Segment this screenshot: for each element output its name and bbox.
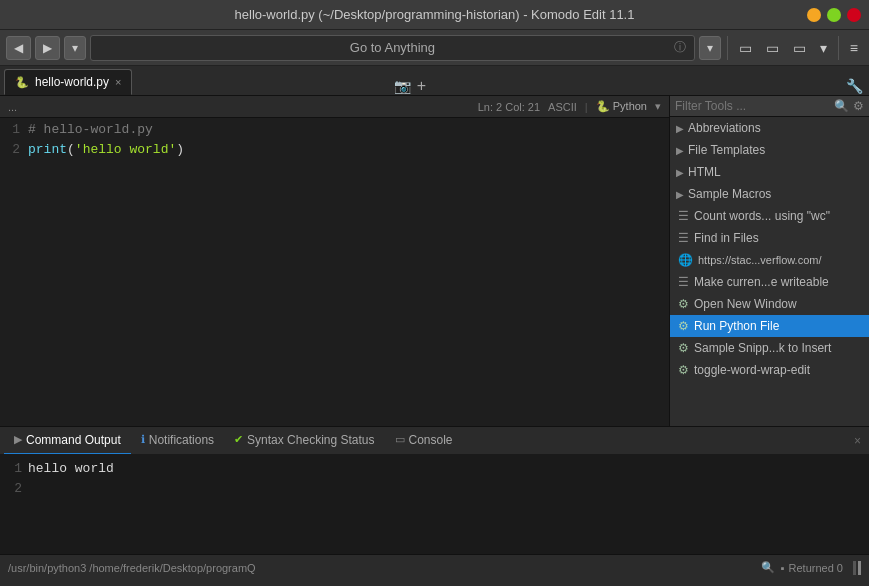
returned-label: Returned 0	[789, 562, 843, 574]
layout-btn-3[interactable]: ▭	[788, 36, 811, 60]
notifications-icon: ℹ	[141, 433, 145, 446]
forward-button[interactable]: ▶	[35, 36, 60, 60]
line-bar	[853, 561, 856, 575]
lang-dropdown-icon[interactable]: ▾	[655, 100, 661, 113]
language-label[interactable]: 🐍 Python	[596, 100, 647, 113]
tool-label: Count words... using "wc"	[694, 209, 830, 223]
tab-close-button[interactable]: ×	[115, 76, 121, 88]
nav-dropdown-button[interactable]: ▾	[64, 36, 86, 60]
camera-icon[interactable]: 📷	[394, 78, 411, 94]
menu-button[interactable]: ≡	[845, 36, 863, 60]
group-label: HTML	[688, 165, 721, 179]
code-line-1: 1 # hello-world.py	[0, 122, 669, 142]
add-tab-button[interactable]: +	[417, 77, 426, 95]
gear-icon: ⚙	[678, 319, 689, 333]
goto-anything-bar[interactable]: Go to Anything ⓘ	[90, 35, 695, 61]
content-area: ... Ln: 2 Col: 21 ASCII | 🐍 Python ▾ 1 #…	[0, 96, 869, 586]
titlebar: hello-world.py (~/Desktop/programming-hi…	[0, 0, 869, 30]
toolbar-separator	[727, 36, 728, 60]
tools-icon[interactable]: 🔧	[846, 78, 863, 94]
tool-item-open-new-window[interactable]: ⚙ Open New Window	[670, 293, 869, 315]
python-icon: 🐍	[15, 76, 29, 89]
tool-label: Find in Files	[694, 231, 759, 245]
maximize-button[interactable]	[827, 8, 841, 22]
returned-icon: ▪	[781, 562, 785, 574]
expand-icon: ▶	[676, 189, 684, 200]
tool-label: Open New Window	[694, 297, 797, 311]
globe-icon: 🌐	[678, 253, 693, 267]
gear-icon: ⚙	[678, 297, 689, 311]
group-label: Abbreviations	[688, 121, 761, 135]
editor-code[interactable]: 1 # hello-world.py 2 print('hello world'…	[0, 118, 669, 426]
console-icon: ▭	[395, 433, 405, 446]
bottom-tab-bar: ▶ Command Output ℹ Notifications ✔ Synta…	[0, 426, 869, 454]
btab-label: Notifications	[149, 433, 214, 447]
tab-label: hello-world.py	[35, 75, 109, 89]
tools-search-input[interactable]	[675, 99, 830, 113]
gear-icon[interactable]: ⚙	[853, 99, 864, 113]
tool-icon: ☰	[678, 231, 689, 245]
btab-command-output[interactable]: ▶ Command Output	[4, 427, 131, 455]
minimize-button[interactable]	[807, 8, 821, 22]
tool-group-sample-macros[interactable]: ▶ Sample Macros	[670, 183, 869, 205]
tool-item-stackoverflow[interactable]: 🌐 https://stac...verflow.com/	[670, 249, 869, 271]
btab-syntax-checking[interactable]: ✔ Syntax Checking Status	[224, 427, 384, 455]
back-button[interactable]: ◀	[6, 36, 31, 60]
tool-item-sample-snippet[interactable]: ⚙ Sample Snipp...k to Insert	[670, 337, 869, 359]
tool-label: toggle-word-wrap-edit	[694, 363, 810, 377]
bottom-section: ▶ Command Output ℹ Notifications ✔ Synta…	[0, 426, 869, 586]
close-button[interactable]	[847, 8, 861, 22]
statusbar: /usr/bin/python3 /home/frederik/Desktop/…	[0, 554, 869, 580]
expand-icon: ▶	[676, 145, 684, 156]
expand-icon: ▶	[676, 167, 684, 178]
main-row: ... Ln: 2 Col: 21 ASCII | 🐍 Python ▾ 1 #…	[0, 96, 869, 426]
tool-item-make-writeable[interactable]: ☰ Make curren...e writeable	[670, 271, 869, 293]
bottom-panel-close[interactable]: ×	[850, 434, 865, 448]
tool-label: Sample Snipp...k to Insert	[694, 341, 831, 355]
tool-item-find-in-files[interactable]: ☰ Find in Files	[670, 227, 869, 249]
line-number-1: 1	[0, 122, 28, 137]
window-controls	[807, 8, 861, 22]
expand-icon: ▶	[676, 123, 684, 134]
tool-item-run-python[interactable]: ⚙ Run Python File	[670, 315, 869, 337]
tool-group-file-templates[interactable]: ▶ File Templates	[670, 139, 869, 161]
command-output-area: 1 hello world 2	[0, 454, 869, 554]
search-icon[interactable]: 🔍	[761, 561, 775, 574]
line-number-2: 2	[0, 142, 28, 157]
tabbar-actions: 📷 + 🔧	[394, 77, 869, 95]
goto-label: Go to Anything	[350, 40, 435, 55]
editor-area: ... Ln: 2 Col: 21 ASCII | 🐍 Python ▾ 1 #…	[0, 96, 669, 426]
toolbar-separator-2	[838, 36, 839, 60]
tool-label: https://stac...verflow.com/	[698, 254, 822, 266]
encoding-label: ASCII	[548, 101, 577, 113]
window-title: hello-world.py (~/Desktop/programming-hi…	[235, 7, 635, 22]
group-label: Sample Macros	[688, 187, 771, 201]
dots-menu[interactable]: ...	[8, 101, 17, 113]
layout-btn-1[interactable]: ▭	[734, 36, 757, 60]
search-icon: 🔍	[834, 99, 849, 113]
layout-dropdown[interactable]: ▾	[815, 36, 832, 60]
gear-icon: ⚙	[678, 363, 689, 377]
tool-group-abbreviations[interactable]: ▶ Abbreviations	[670, 117, 869, 139]
cursor-position: Ln: 2 Col: 21	[478, 101, 540, 113]
tool-item-count-words[interactable]: ☰ Count words... using "wc"	[670, 205, 869, 227]
btab-console[interactable]: ▭ Console	[385, 427, 463, 455]
btab-label: Syntax Checking Status	[247, 433, 374, 447]
tab-hello-world[interactable]: 🐍 hello-world.py ×	[4, 69, 132, 95]
btab-notifications[interactable]: ℹ Notifications	[131, 427, 224, 455]
btab-label: Command Output	[26, 433, 121, 447]
tool-label: Run Python File	[694, 319, 779, 333]
tools-list: ▶ Abbreviations ▶ File Templates ▶ HTML …	[670, 117, 869, 426]
status-lines-indicator	[853, 561, 861, 575]
line-content-1: # hello-world.py	[28, 122, 153, 137]
output-line-2: 2	[8, 478, 861, 498]
goto-dropdown-button[interactable]: ▾	[699, 36, 721, 60]
layout-btn-2[interactable]: ▭	[761, 36, 784, 60]
tool-group-html[interactable]: ▶ HTML	[670, 161, 869, 183]
output-content-1: hello world	[28, 461, 114, 476]
syntax-check-icon: ✔	[234, 433, 243, 446]
tool-icon: ☰	[678, 209, 689, 223]
group-label: File Templates	[688, 143, 765, 157]
tool-item-toggle-word-wrap[interactable]: ⚙ toggle-word-wrap-edit	[670, 359, 869, 381]
status-path: /usr/bin/python3 /home/frederik/Desktop/…	[8, 562, 755, 574]
